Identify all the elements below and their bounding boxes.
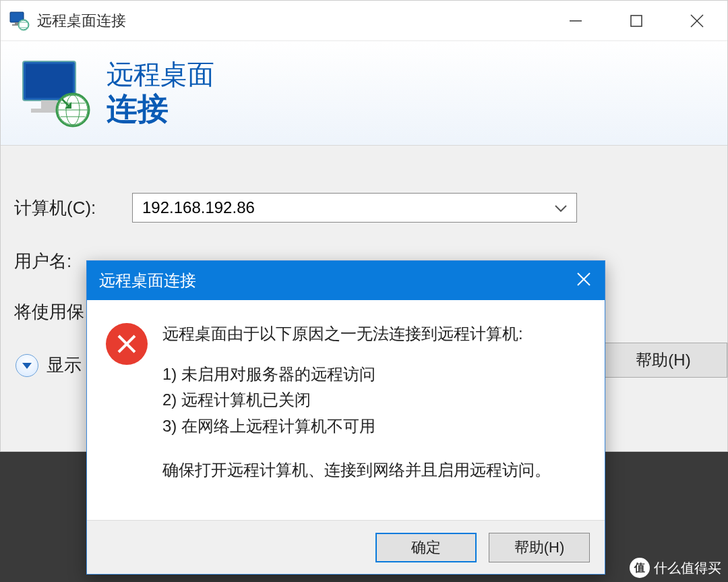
window-title: 远程桌面连接 [37,11,545,31]
reason-1: 1) 未启用对服务器的远程访问 [162,361,551,387]
watermark-badge: 值 [630,558,650,578]
credentials-hint: 将使用保 [14,300,84,324]
titlebar: 远程桌面连接 [1,1,727,41]
dialog-reasons: 1) 未启用对服务器的远程访问 2) 远程计算机已关闭 3) 在网络上远程计算机… [162,361,551,439]
reason-2: 2) 远程计算机已关闭 [162,387,551,413]
dialog-body: 远程桌面由于以下原因之一无法连接到远程计算机: 1) 未启用对服务器的远程访问 … [87,300,605,520]
computer-combobox[interactable]: 192.168.192.86 [132,193,577,223]
error-dialog: 远程桌面连接 远程桌面由于以下原因之一无法连接到远程计算机: 1) 未启用对服务… [86,260,605,575]
dialog-heading: 远程桌面由于以下原因之一无法连接到远程计算机: [162,320,551,348]
dialog-button-row: 确定 帮助(H) [87,520,605,574]
show-options-row: 显示 [16,353,82,377]
dialog-message: 远程桌面由于以下原因之一无法连接到远程计算机: 1) 未启用对服务器的远程访问 … [162,320,551,513]
computer-label: 计算机(C): [14,196,132,220]
banner-text: 远程桌面 连接 [107,58,214,127]
expand-options-icon[interactable] [16,354,38,377]
close-button[interactable] [667,1,727,40]
banner-line2: 连接 [107,90,214,127]
window-controls [545,1,727,40]
svg-point-3 [18,20,29,30]
svg-rect-6 [631,16,642,26]
dialog-footer-text: 确保打开远程计算机、连接到网络并且启用远程访问。 [162,457,551,484]
computer-row: 计算机(C): 192.168.192.86 [14,193,714,223]
svg-rect-10 [26,64,73,98]
watermark-text: 什么值得买 [654,559,721,577]
svg-rect-11 [41,100,57,109]
reason-3: 3) 在网络上远程计算机不可用 [162,413,551,439]
dialog-titlebar: 远程桌面连接 [87,261,605,300]
help-button-label: 帮助(H) [636,349,690,371]
computer-value: 192.168.192.86 [142,198,255,217]
ok-button-label: 确定 [411,537,441,558]
help-button[interactable]: 帮助(H) [599,343,727,378]
banner: 远程桌面 连接 [1,41,727,146]
chevron-down-icon [555,198,567,217]
dialog-close-button[interactable] [575,270,593,291]
maximize-button[interactable] [606,1,667,40]
watermark: 值 什么值得买 [630,558,721,578]
show-options-label: 显示 [47,353,82,377]
dialog-help-button-label: 帮助(H) [514,537,565,558]
ok-button[interactable]: 确定 [375,533,477,562]
banner-line1: 远程桌面 [107,58,214,90]
rdp-app-icon [9,10,30,32]
error-icon [106,323,148,365]
rdp-banner-icon [18,56,92,130]
dialog-help-button[interactable]: 帮助(H) [489,533,590,562]
dialog-title: 远程桌面连接 [99,270,196,291]
minimize-button[interactable] [545,1,606,40]
